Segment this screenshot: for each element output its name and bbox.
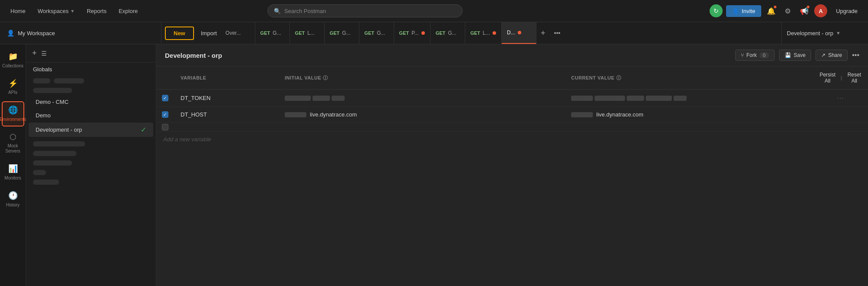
th-initial-value: INITIAL VALUE ⓘ xyxy=(278,70,564,86)
sidebar-item-mock-servers[interactable]: ⬡ Mock Servers xyxy=(2,128,24,159)
sidebar-item-environments[interactable]: 🌐 Environments xyxy=(2,101,24,126)
sync-icon[interactable]: ↻ xyxy=(710,4,723,17)
share-button[interactable]: ↗ Share xyxy=(815,50,848,61)
tab-4[interactable]: GET G... xyxy=(359,22,394,44)
apis-icon: ⚡ xyxy=(8,79,18,89)
save-button[interactable]: 💾 Save xyxy=(779,50,811,61)
checkbox-dt-token[interactable] xyxy=(162,95,168,101)
tab-6[interactable]: GET G... xyxy=(431,22,465,44)
checkbox-cell-empty xyxy=(156,124,174,130)
sidebar-item-apis[interactable]: ⚡ APIs xyxy=(2,75,24,100)
blur-4 xyxy=(571,96,593,101)
main-content: Development - orp ⑂ Fork 0 💾 Save ↗ Shar… xyxy=(156,44,868,286)
second-bar: 👤 My Workspace New Import Over... GET G.… xyxy=(0,22,868,44)
filter-button[interactable]: ☰ xyxy=(41,50,47,57)
notification-badge xyxy=(773,5,777,9)
current-value-dt-token[interactable]: ⋯ xyxy=(564,90,851,106)
apis-label: APIs xyxy=(8,90,17,95)
sidebar-item-collections[interactable]: 📁 Collections xyxy=(2,48,24,73)
current-value-dt-host[interactable]: live.dynatrace.com xyxy=(564,107,851,122)
sidebar-item-history[interactable]: 🕐 History xyxy=(2,187,24,212)
sidebar-item-monitors[interactable]: 📊 Monitors xyxy=(2,160,24,185)
nav-explore[interactable]: Explore xyxy=(113,5,143,17)
tab-label-dev: D... xyxy=(507,30,515,36)
variable-name-dt-token[interactable]: DT_TOKEN xyxy=(174,90,278,106)
notifications-button[interactable]: 🔔 xyxy=(765,4,778,17)
blur-3 xyxy=(332,96,345,101)
tab-method-2: GET xyxy=(295,30,305,36)
env-row-8[interactable] xyxy=(26,177,156,187)
tab-dev-orp[interactable]: D... xyxy=(502,22,536,44)
env-item-development-orp[interactable]: Development - orp ✓ xyxy=(29,123,153,137)
variable-name-dt-host[interactable]: DT_HOST xyxy=(174,107,278,122)
history-icon: 🕐 xyxy=(8,191,18,201)
th-checkbox xyxy=(156,70,174,86)
workspace-selector[interactable]: 👤 My Workspace xyxy=(0,22,161,44)
tab-dot-7 xyxy=(493,31,496,35)
blur-host-1 xyxy=(285,112,306,117)
tab-overview[interactable]: Over... xyxy=(220,22,255,44)
add-new-variable-row[interactable]: Add a new variable xyxy=(156,132,868,147)
env-row-6[interactable] xyxy=(26,158,156,168)
checkbox-empty[interactable] xyxy=(162,124,168,130)
environments-icon: 🌐 xyxy=(8,106,18,115)
settings-button[interactable]: ⚙ xyxy=(781,4,794,17)
th-variable: VARIABLE xyxy=(174,70,278,86)
checkbox-dt-host[interactable] xyxy=(162,111,168,118)
upgrade-button[interactable]: Upgrade xyxy=(831,5,863,17)
collections-label: Collections xyxy=(2,63,23,69)
avatar[interactable]: A xyxy=(814,4,827,17)
tab-3[interactable]: GET G... xyxy=(325,22,359,44)
env-selector-chevron: ▼ xyxy=(836,30,841,36)
more-actions-button[interactable]: ••• xyxy=(852,51,859,59)
main-layout: 📁 Collections ⚡ APIs 🌐 Environments ⬡ Mo… xyxy=(0,44,868,286)
initial-value-dt-host[interactable]: live.dynatrace.com xyxy=(278,107,564,122)
invite-button[interactable]: 👤 Invite xyxy=(726,5,761,17)
invite-icon: 👤 xyxy=(732,8,739,14)
tab-7[interactable]: GET L... xyxy=(465,22,502,44)
globals-row-1[interactable] xyxy=(26,76,156,86)
add-environment-button[interactable]: + xyxy=(31,48,38,59)
save-label: Save xyxy=(794,52,806,58)
env-item-demo-cmc[interactable]: Demo - CMC xyxy=(29,96,153,108)
tab-1[interactable]: GET G... xyxy=(255,22,290,44)
alerts-button[interactable]: 📢 xyxy=(798,4,811,17)
blur-7 xyxy=(646,96,672,101)
current-value-info-icon[interactable]: ⓘ xyxy=(616,75,621,81)
nav-home[interactable]: Home xyxy=(5,5,31,17)
blur-1 xyxy=(285,96,311,101)
search-bar[interactable]: 🔍 Search Postman xyxy=(267,4,463,17)
persist-all-button[interactable]: Persist All xyxy=(819,72,835,84)
import-button[interactable]: Import xyxy=(197,27,220,39)
tab-label-1: G... xyxy=(273,30,281,36)
active-check-icon: ✓ xyxy=(141,126,146,134)
development-orp-label: Development - orp xyxy=(36,126,82,133)
more-icon-1[interactable]: ⋯ xyxy=(837,94,844,102)
new-button[interactable]: New xyxy=(165,27,194,40)
env-row-5[interactable] xyxy=(26,149,156,158)
table-row-dt-token: DT_TOKEN ⋯ xyxy=(156,90,868,107)
blur-pill-5 xyxy=(33,151,76,156)
env-row-4[interactable] xyxy=(26,139,156,149)
tab-overview-label: Over... xyxy=(226,30,241,36)
env-row-7[interactable] xyxy=(26,168,156,177)
nav-workspaces[interactable]: Workspaces ▼ xyxy=(33,5,80,17)
initial-value-info-icon[interactable]: ⓘ xyxy=(323,75,328,81)
table-row-empty xyxy=(156,123,868,132)
initial-value-dt-token[interactable] xyxy=(278,91,564,105)
environment-selector[interactable]: Development - orp ▼ xyxy=(781,22,868,44)
more-tabs-button[interactable]: ••• xyxy=(550,30,565,37)
env-item-demo[interactable]: Demo xyxy=(29,109,153,122)
current-value-blurred xyxy=(571,96,837,101)
add-tab-button[interactable]: + xyxy=(536,29,550,38)
tabs-bar: Over... GET G... GET L... GET G... GET G… xyxy=(220,22,781,44)
th-actions: Persist All | Reset All xyxy=(851,70,868,86)
globals-row-2[interactable] xyxy=(26,86,156,95)
nav-reports[interactable]: Reports xyxy=(82,5,112,17)
th-current-value: CURRENT VALUE ⓘ xyxy=(564,70,851,86)
tab-5[interactable]: GET P... xyxy=(394,22,431,44)
blur-pill-3 xyxy=(33,88,72,93)
tab-2[interactable]: GET L... xyxy=(290,22,325,44)
reset-all-button[interactable]: Reset All xyxy=(848,72,861,84)
fork-button[interactable]: ⑂ Fork 0 xyxy=(735,50,775,61)
